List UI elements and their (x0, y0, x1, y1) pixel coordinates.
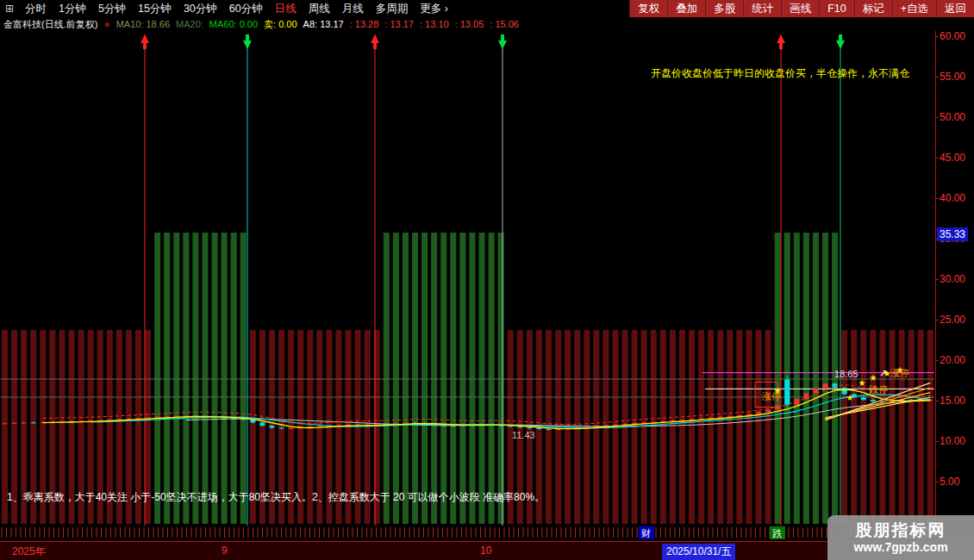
chart-annotation: ↗ (879, 368, 887, 378)
current-price-badge: 35.33 (937, 227, 968, 241)
candle-body (765, 409, 771, 412)
menu-item-日线[interactable]: 日线 (269, 2, 303, 16)
bg-volume-bar (727, 330, 733, 524)
candle-body (517, 426, 522, 427)
candle-body (861, 397, 866, 400)
chart-annotation: 财 (641, 528, 651, 538)
indicator-value: 卖: 0.00 (264, 19, 297, 29)
toolbar-item-叠加[interactable]: 叠加 (667, 0, 705, 17)
price-tick-label: 25.00 (940, 314, 965, 326)
candle-body (12, 423, 17, 424)
bg-volume-bar (154, 233, 160, 524)
price-tick-label: 20.00 (940, 354, 965, 366)
bg-volume-bar (469, 233, 475, 524)
indicator-value: MA20: (176, 19, 203, 29)
menu-item-月线[interactable]: 月线 (336, 2, 370, 16)
bg-volume-bar (670, 330, 676, 524)
chart-annotation: 涨停 (890, 368, 909, 378)
menu-item-周线[interactable]: 周线 (303, 2, 336, 16)
menu-item-15分钟[interactable]: 15分钟 (132, 2, 178, 16)
sell-arrow-icon (243, 34, 252, 49)
candle-body (546, 429, 551, 430)
chart-annotation: 开盘价收盘价低于昨日的收盘价买，半仓操作，永不满仓 (651, 67, 909, 79)
bg-volume-bar (679, 330, 685, 524)
chart-annotation: 跌停 (869, 384, 888, 395)
menu-item-30分钟[interactable]: 30分钟 (178, 2, 223, 16)
bg-volume-bar (240, 233, 247, 524)
toolbar-item-多股[interactable]: 多股 (705, 0, 743, 17)
menu-item-60分钟[interactable]: 60分钟 (223, 2, 269, 16)
toolbar-item-标记[interactable]: 标记 (854, 0, 892, 17)
chart-annotation: 1、乖离系数，大于40关注 小于-50坚决不进场，大于80坚决买入。2、控盘系数… (7, 491, 545, 503)
price-tick-label: 15.00 (940, 395, 965, 407)
chart-annotation: 18.65 (834, 369, 858, 379)
bg-volume-bar (708, 330, 714, 524)
time-axis-current-date: 2025/10/31/五 (662, 544, 735, 560)
bg-volume-bar (641, 330, 647, 524)
chart-annotation: 跌 (772, 528, 783, 538)
candle-body (823, 383, 828, 389)
bg-volume-bar (384, 233, 390, 524)
menu-item-1分钟[interactable]: 1分钟 (53, 2, 92, 16)
toolbar-item-统计[interactable]: 统计 (743, 0, 781, 17)
bg-volume-bar (440, 233, 446, 524)
candlestick-chart[interactable]: ★★★★★★开盘价收盘价低于昨日的收盘价买，半仓操作，永不满仓1、乖离系数，大于… (0, 31, 935, 541)
candle-body (727, 416, 733, 417)
chart-annotation: 11.43 (512, 430, 535, 440)
candle-body (756, 412, 761, 414)
indicator-value: : 13.17 (384, 19, 414, 29)
indicator-value: MA10: 18.66 (116, 19, 170, 29)
stock-title: 金富科技(日线.前复权) (3, 18, 97, 31)
indicator-value: : 13.28 (350, 19, 379, 29)
bg-volume-bar (698, 330, 704, 524)
window-layout-icon[interactable]: ⊞ (0, 3, 19, 15)
bg-volume-bar (870, 330, 876, 524)
menu-item-5分钟[interactable]: 5分钟 (92, 2, 132, 16)
star-marker-icon: ★ (858, 378, 866, 388)
bg-volume-bar (756, 330, 762, 524)
toolbar-item-F10[interactable]: F10 (819, 0, 854, 17)
bg-volume-bar (222, 233, 228, 524)
stock-app-window: ⊞ 分时1分钟5分钟15分钟30分钟60分钟日线周线月线多周期更多 › 复权叠加… (0, 0, 974, 560)
toolbar-item-画线[interactable]: 画线 (781, 0, 819, 17)
watermark: 股朋指标网 www.7gpzb.com (827, 515, 974, 560)
candle-body (269, 426, 274, 427)
candle-body (259, 422, 265, 426)
main-chart-area[interactable]: ★★★★★★开盘价收盘价低于昨日的收盘价买，半仓操作，永不满仓1、乖离系数，大于… (0, 31, 935, 541)
candle-body (3, 423, 8, 424)
menu-item-更多 ›[interactable]: 更多 › (414, 2, 454, 16)
toolbar-item-返回[interactable]: 返回 (936, 0, 974, 17)
price-tick-label: 5.00 (940, 476, 959, 488)
bg-volume-bar (459, 233, 465, 524)
star-marker-icon: ★ (846, 393, 854, 402)
price-tick-label: 45.00 (940, 152, 965, 164)
bg-volume-bar (908, 330, 915, 524)
candle-body (746, 414, 752, 415)
indicator-values: MA10: 18.66MA20:MA60: 0.00卖: 0.00A8: 13.… (116, 18, 525, 31)
bg-volume-bar (412, 233, 418, 524)
price-tick-label: 60.00 (940, 30, 965, 42)
toolbar-item-+自选[interactable]: +自选 (892, 0, 936, 17)
star-marker-icon: ★ (870, 373, 877, 383)
buy-arrow-icon (371, 34, 379, 49)
bg-volume-bar (651, 330, 657, 524)
bg-volume-bar (660, 330, 666, 524)
tools-menu: 复权叠加多股统计画线F10标记+自选返回 (629, 0, 974, 17)
candle-body (279, 427, 284, 428)
candle-body (289, 428, 294, 429)
bg-volume-bar (775, 233, 781, 524)
toolbar-item-复权[interactable]: 复权 (629, 0, 667, 17)
candle-body (22, 422, 27, 423)
bg-volume-bar (431, 233, 437, 524)
sell-arrow-icon (836, 34, 845, 49)
bg-volume-bar (450, 233, 456, 524)
candle-body (536, 428, 541, 429)
time-axis-label: 2025年 (12, 544, 46, 559)
bg-volume-bar (212, 233, 218, 524)
menu-item-多周期[interactable]: 多周期 (370, 2, 415, 16)
bg-volume-bar (803, 233, 809, 524)
menu-item-分时[interactable]: 分时 (19, 2, 53, 16)
buy-arrow-icon (777, 34, 785, 49)
chart-annotation: 涨停 (762, 391, 781, 401)
time-axis-label: 9 (222, 544, 228, 557)
